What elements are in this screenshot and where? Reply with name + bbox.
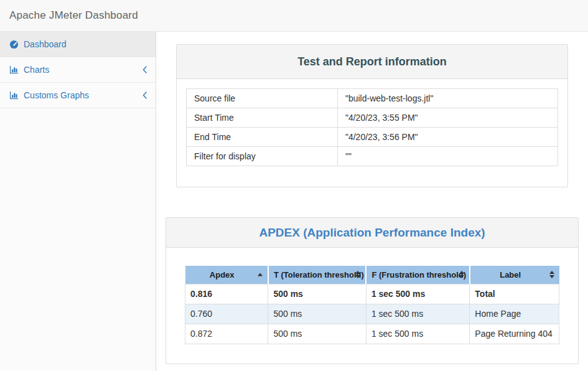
column-header-label: F (Frustration threshold) xyxy=(371,270,466,279)
column-header-label: Apdex xyxy=(210,270,235,279)
column-header-frustration[interactable]: F (Frustration threshold) xyxy=(366,266,469,284)
label-value: Total xyxy=(470,284,559,304)
apdex-value: 0.872 xyxy=(185,324,268,344)
toleration-value: 500 ms xyxy=(268,284,366,304)
info-label: Filter for display xyxy=(187,147,338,166)
apdex-panel-body: Apdex T (Toleration threshold) F (Frustr… xyxy=(166,248,578,364)
column-header-label-col[interactable]: Label xyxy=(470,266,559,284)
apdex-panel-title: APDEX (Application Performance Index) xyxy=(175,226,569,240)
apdex-value: 0.816 xyxy=(185,284,268,304)
chevron-left-icon xyxy=(142,92,147,99)
sidebar-item-label: Customs Graphs xyxy=(24,90,89,100)
table-row: Filter for display "" xyxy=(187,147,558,166)
info-value: "4/20/23, 3:55 PM" xyxy=(337,108,558,128)
frustration-value: 1 sec 500 ms xyxy=(366,304,469,324)
page-layout: Dashboard Charts xyxy=(0,32,588,371)
sort-both-icon xyxy=(549,271,554,278)
top-navbar: Apache JMeter Dashboard xyxy=(0,0,588,32)
sidebar-item-dashboard[interactable]: Dashboard xyxy=(0,32,156,57)
table-row: 0.872 500 ms 1 sec 500 ms Page Returning… xyxy=(185,324,559,344)
apdex-panel-heading: APDEX (Application Performance Index) xyxy=(166,218,578,248)
toleration-value: 500 ms xyxy=(268,324,366,344)
column-header-apdex[interactable]: Apdex xyxy=(185,266,268,284)
frustration-value: 1 sec 500 ms xyxy=(366,324,469,344)
info-value: "build-web-test-logs.jtl" xyxy=(337,89,558,108)
test-info-panel-title: Test and Report information xyxy=(186,55,558,68)
table-row: Source file "build-web-test-logs.jtl" xyxy=(187,89,558,108)
column-header-label: T (Toleration threshold) xyxy=(274,270,364,279)
column-header-toleration[interactable]: T (Toleration threshold) xyxy=(268,266,366,284)
apdex-panel: APDEX (Application Performance Index) Ap… xyxy=(166,217,579,364)
test-info-panel-body: Source file "build-web-test-logs.jtl" St… xyxy=(177,79,567,187)
sidebar-item-label: Charts xyxy=(24,65,49,75)
apdex-header-row: Apdex T (Toleration threshold) F (Frustr… xyxy=(185,266,559,284)
chevron-left-icon xyxy=(142,66,147,73)
info-value: "" xyxy=(337,147,558,166)
main-content: Test and Report information Source file … xyxy=(156,32,588,371)
sort-both-icon xyxy=(459,271,464,278)
table-row: Start Time "4/20/23, 3:55 PM" xyxy=(187,108,558,128)
info-label: Source file xyxy=(187,89,338,108)
info-value: "4/20/23, 3:56 PM" xyxy=(337,128,558,147)
info-label: End Time xyxy=(187,128,338,147)
sort-ascending-icon xyxy=(258,273,263,276)
test-info-table: Source file "build-web-test-logs.jtl" St… xyxy=(186,88,558,166)
column-header-label: Label xyxy=(500,270,521,279)
toleration-value: 500 ms xyxy=(268,304,366,324)
test-info-panel: Test and Report information Source file … xyxy=(176,44,568,187)
bar-chart-icon xyxy=(9,65,19,74)
sidebar-item-customs-graphs[interactable]: Customs Graphs xyxy=(0,83,156,108)
frustration-value: 1 sec 500 ms xyxy=(366,284,469,304)
label-value: Home Page xyxy=(470,304,559,324)
apdex-value: 0.760 xyxy=(185,304,268,324)
app-title: Apache JMeter Dashboard xyxy=(9,9,138,22)
table-row: 0.760 500 ms 1 sec 500 ms Home Page xyxy=(185,304,559,324)
info-label: Start Time xyxy=(187,108,338,128)
label-value: Page Returning 404 xyxy=(470,324,559,344)
sort-both-icon xyxy=(355,271,360,278)
sidebar-item-label: Dashboard xyxy=(24,39,67,49)
sidebar: Dashboard Charts xyxy=(0,32,156,371)
sidebar-item-charts[interactable]: Charts xyxy=(0,57,156,83)
test-info-panel-heading: Test and Report information xyxy=(177,45,567,79)
apdex-table: Apdex T (Toleration threshold) F (Frustr… xyxy=(185,266,559,344)
table-row: End Time "4/20/23, 3:56 PM" xyxy=(187,128,558,147)
table-row-total: 0.816 500 ms 1 sec 500 ms Total xyxy=(185,284,559,304)
bar-chart-icon xyxy=(9,91,19,100)
gauge-icon xyxy=(9,40,19,49)
